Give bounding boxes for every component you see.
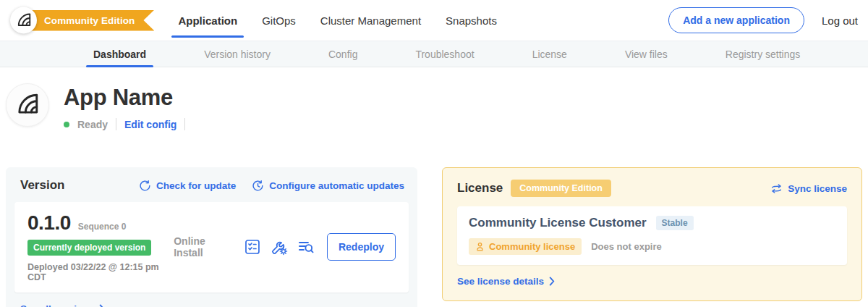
link-label: Check for update	[156, 180, 236, 191]
license-card-title: License	[457, 181, 503, 195]
app-header: App Name Ready Edit config	[0, 67, 868, 156]
top-nav-right: Add a new application Log out	[668, 7, 861, 33]
version-number-row: 0.1.0 Sequence 0	[27, 211, 174, 235]
channel-badge: Stable	[656, 216, 694, 230]
dashboard-cards: Version Check for update Configure au	[0, 167, 868, 307]
link-label: See all versions	[20, 303, 94, 307]
tab-snapshots[interactable]: Snapshots	[438, 0, 505, 41]
check-for-update-link[interactable]: Check for update	[139, 180, 236, 192]
sync-arrows-icon	[770, 182, 783, 195]
edit-config-link[interactable]: Edit config	[124, 119, 176, 130]
top-nav: Community Edition Application GitOps Clu…	[0, 0, 868, 41]
currently-deployed-badge: Currently deployed version	[27, 240, 151, 256]
refresh-icon	[139, 180, 151, 192]
app-header-text: App Name Ready Edit config	[64, 83, 185, 130]
status-text: Ready	[77, 119, 108, 130]
customer-name: Community License Customer	[469, 216, 647, 230]
see-all-versions-link[interactable]: See all versions	[20, 303, 105, 307]
current-version-panel: 0.1.0 Sequence 0 Currently deployed vers…	[14, 202, 409, 293]
subnav-label: License	[532, 49, 567, 60]
tab-label: Application	[178, 14, 237, 27]
app-sub-nav: Dashboard Version history Config Trouble…	[0, 41, 868, 67]
link-label: Sync license	[788, 183, 847, 194]
see-license-details-link[interactable]: See license details	[457, 276, 555, 287]
replicated-logo-badge	[10, 7, 37, 34]
license-card: License Community Edition Sync license C…	[442, 167, 862, 301]
add-new-application-button[interactable]: Add a new application	[668, 7, 804, 33]
subnav-label: Troubleshoot	[415, 49, 474, 60]
brand: Community Edition	[10, 0, 154, 41]
license-card-header: License Community Edition Sync license	[457, 180, 847, 197]
primary-tabs: Application GitOps Cluster Management Sn…	[170, 0, 513, 41]
badge-label: Community license	[489, 241, 575, 252]
subnav-item-troubleshoot[interactable]: Troubleshoot	[408, 41, 481, 67]
tab-label: GitOps	[262, 14, 296, 27]
tab-gitops[interactable]: GitOps	[254, 0, 304, 41]
tab-label: Snapshots	[446, 14, 497, 27]
chevron-right-icon	[99, 304, 105, 307]
subnav-item-version-history[interactable]: Version history	[197, 41, 278, 67]
config-wrench-icon[interactable]	[271, 237, 288, 256]
install-type-label: Online Install	[174, 235, 232, 258]
link-label: See license details	[457, 276, 544, 287]
sequence-label: Sequence 0	[78, 222, 127, 232]
page-title: App Name	[64, 85, 185, 111]
tab-cluster-management[interactable]: Cluster Management	[312, 0, 429, 41]
link-label: Configure automatic updates	[269, 180, 404, 191]
view-logs-icon[interactable]	[297, 237, 315, 256]
license-type-row: Community license Does not expire	[469, 238, 835, 255]
tab-application[interactable]: Application	[170, 0, 245, 41]
version-number: 0.1.0	[27, 211, 71, 235]
replicated-logo-icon	[15, 93, 40, 117]
person-icon	[475, 242, 485, 251]
logout-link[interactable]: Log out	[822, 14, 858, 27]
subnav-item-registry-settings[interactable]: Registry settings	[718, 41, 807, 67]
subnav-item-license[interactable]: License	[525, 41, 574, 67]
license-customer-row: Community License Customer Stable	[469, 216, 835, 230]
subnav-label: Version history	[204, 49, 271, 60]
configure-automatic-updates-link[interactable]: Configure automatic updates	[252, 180, 404, 192]
status-dot	[64, 122, 69, 127]
replicated-logo-icon	[16, 12, 32, 28]
subnav-label: Registry settings	[726, 49, 800, 60]
version-card-title: Version	[20, 178, 64, 193]
version-card: Version Check for update Configure au	[6, 167, 417, 307]
version-info: 0.1.0 Sequence 0 Currently deployed vers…	[27, 211, 174, 282]
version-card-header: Version Check for update Configure au	[20, 178, 404, 193]
tab-label: Cluster Management	[320, 14, 421, 27]
subnav-label: Dashboard	[93, 49, 146, 60]
subnav-item-config[interactable]: Config	[321, 41, 365, 67]
auto-update-clock-icon	[252, 180, 264, 192]
license-type-badge: Community license	[469, 238, 582, 255]
license-title-group: License Community Edition	[457, 180, 611, 197]
subnav-label: Config	[328, 49, 357, 60]
redeploy-button[interactable]: Redeploy	[327, 233, 396, 261]
preflight-checklist-icon[interactable]	[244, 237, 261, 256]
community-edition-badge: Community Edition	[511, 180, 611, 197]
version-header-links: Check for update Configure automatic upd…	[139, 180, 404, 192]
subnav-item-view-files[interactable]: View files	[618, 41, 675, 67]
expiration-text: Does not expire	[591, 241, 662, 252]
subnav-label: View files	[625, 49, 668, 60]
app-avatar	[6, 83, 49, 127]
divider	[184, 118, 185, 130]
version-actions: Online Install Re	[174, 233, 396, 261]
app-status-row: Ready Edit config	[64, 118, 185, 130]
ribbon-label: Community Edition	[44, 15, 135, 26]
community-edition-ribbon: Community Edition	[23, 10, 154, 31]
chevron-right-icon	[549, 277, 555, 286]
license-details-panel: Community License Customer Stable Commun…	[457, 206, 847, 265]
sync-license-link[interactable]: Sync license	[770, 182, 847, 195]
divider	[116, 118, 116, 130]
subnav-item-dashboard[interactable]: Dashboard	[86, 41, 153, 67]
deployed-timestamp: Deployed 03/22/22 @ 12:15 pm CDT	[27, 262, 174, 282]
